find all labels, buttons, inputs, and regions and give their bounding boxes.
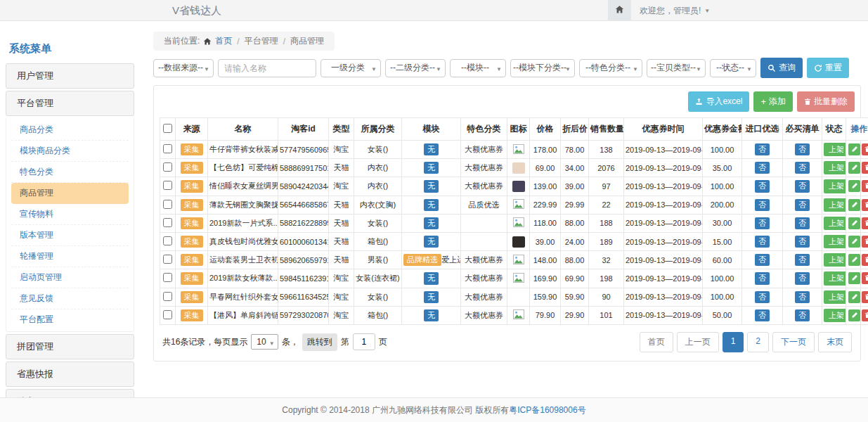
import-excel-button[interactable]: 导入excel xyxy=(688,91,749,112)
must-buy-toggle[interactable]: 否 xyxy=(795,180,810,192)
add-button[interactable]: + 添加 xyxy=(753,91,793,112)
edit-button[interactable] xyxy=(848,291,860,303)
filter-select-module-sub[interactable]: --模块下分类--▼ xyxy=(510,59,575,77)
user-menu[interactable]: 欢迎您，管理员! ▼ xyxy=(631,0,718,21)
must-buy-toggle[interactable]: 否 xyxy=(795,254,810,266)
status-button[interactable]: 上架 xyxy=(824,271,846,285)
must-buy-toggle[interactable]: 否 xyxy=(795,236,810,248)
jump-page-input[interactable] xyxy=(353,333,375,350)
filter-select-module[interactable]: --模块--▼ xyxy=(450,59,506,77)
delete-button[interactable] xyxy=(862,309,868,321)
pager-item-下一页[interactable]: 下一页 xyxy=(772,332,815,352)
filter-select-item-type[interactable]: --宝贝类型--▼ xyxy=(647,59,706,77)
sidebar-item-promo-material[interactable]: 宣传物料 xyxy=(11,204,129,225)
status-button[interactable]: 上架 xyxy=(824,235,846,248)
row-checkbox[interactable] xyxy=(163,181,172,190)
sidebar-item-platform-config[interactable]: 平台配置 xyxy=(11,309,129,330)
import-select-toggle[interactable]: 否 xyxy=(755,236,770,248)
sidebar-group-platform-manage[interactable]: 平台管理 xyxy=(6,91,134,116)
edit-button[interactable] xyxy=(848,199,860,211)
pager-item-2[interactable]: 2 xyxy=(747,332,769,352)
status-button[interactable]: 上架 xyxy=(824,309,846,322)
must-buy-toggle[interactable]: 否 xyxy=(795,143,810,155)
sidebar-item-splash-manage[interactable]: 启动页管理 xyxy=(11,267,129,288)
import-select-toggle[interactable]: 否 xyxy=(755,254,770,266)
pager-item-首页[interactable]: 首页 xyxy=(640,332,673,352)
row-checkbox[interactable] xyxy=(163,292,172,301)
import-select-toggle[interactable]: 否 xyxy=(755,272,770,284)
delete-button[interactable] xyxy=(862,236,868,248)
filter-select-data-source[interactable]: --数据来源--▼ xyxy=(153,59,214,77)
select-all-checkbox[interactable] xyxy=(163,124,172,133)
pager-item-1[interactable]: 1 xyxy=(723,332,744,352)
delete-button[interactable] xyxy=(862,291,868,303)
pager-item-上一页[interactable]: 上一页 xyxy=(677,332,719,352)
row-checkbox[interactable] xyxy=(163,162,172,172)
filter-select-category1[interactable]: 一级分类▼ xyxy=(320,59,381,77)
delete-button[interactable] xyxy=(862,162,868,174)
edit-button[interactable] xyxy=(848,272,860,284)
must-buy-toggle[interactable]: 否 xyxy=(795,199,810,211)
breadcrumb-home-link[interactable]: 首页 xyxy=(215,35,232,47)
row-checkbox[interactable] xyxy=(163,255,172,264)
edit-button[interactable] xyxy=(848,180,860,192)
edit-button[interactable] xyxy=(848,236,860,248)
name-search-input[interactable] xyxy=(218,59,316,77)
import-select-toggle[interactable]: 否 xyxy=(755,162,770,174)
status-button[interactable]: 上架 xyxy=(824,161,846,174)
edit-button[interactable] xyxy=(848,254,860,266)
import-select-toggle[interactable]: 否 xyxy=(755,180,770,192)
status-button[interactable]: 上架 xyxy=(824,143,846,156)
sidebar-item-module-goods-category[interactable]: 模块商品分类 xyxy=(11,141,129,162)
sidebar-item-goods-manage[interactable]: 商品管理 xyxy=(11,183,129,204)
status-button[interactable]: 上架 xyxy=(824,198,846,212)
import-select-toggle[interactable]: 否 xyxy=(755,199,770,211)
import-select-toggle[interactable]: 否 xyxy=(755,309,770,321)
reset-button[interactable]: 重置 xyxy=(807,58,849,78)
row-checkbox[interactable] xyxy=(163,200,172,209)
sidebar-group-savings-express[interactable]: 省惠快报 xyxy=(6,362,134,387)
edit-button[interactable] xyxy=(848,162,860,174)
row-checkbox[interactable] xyxy=(163,144,172,153)
import-select-toggle[interactable]: 否 xyxy=(755,291,770,303)
delete-button[interactable] xyxy=(862,180,868,192)
row-checkbox[interactable] xyxy=(163,218,172,227)
status-button[interactable]: 上架 xyxy=(824,253,846,267)
filter-select-feature-category[interactable]: --特色分类--▼ xyxy=(579,59,642,77)
must-buy-toggle[interactable]: 否 xyxy=(795,272,810,284)
row-checkbox[interactable] xyxy=(163,236,172,245)
search-button[interactable]: 查询 xyxy=(760,58,803,78)
status-button[interactable]: 上架 xyxy=(824,290,846,304)
must-buy-toggle[interactable]: 否 xyxy=(795,291,810,303)
page-size-select[interactable]: 10 ▼ xyxy=(251,334,278,350)
delete-button[interactable] xyxy=(862,199,868,211)
delete-button[interactable] xyxy=(862,272,868,284)
delete-button[interactable] xyxy=(862,254,868,266)
must-buy-toggle[interactable]: 否 xyxy=(795,309,810,321)
home-button[interactable] xyxy=(608,0,631,21)
sidebar-item-goods-category[interactable]: 商品分类 xyxy=(11,120,129,141)
import-select-toggle[interactable]: 否 xyxy=(755,143,770,155)
must-buy-toggle[interactable]: 否 xyxy=(795,217,810,229)
batch-delete-button[interactable]: 批量删除 xyxy=(797,91,855,112)
row-checkbox[interactable] xyxy=(163,310,172,319)
sidebar-group-group-buy[interactable]: 拼团管理 xyxy=(6,334,134,359)
sidebar-item-carousel-manage[interactable]: 轮播管理 xyxy=(11,246,129,267)
sidebar-group-user-manage[interactable]: 用户管理 xyxy=(6,63,134,89)
edit-button[interactable] xyxy=(848,309,860,321)
icp-link[interactable]: 粤ICP备16098006号 xyxy=(509,404,585,416)
sidebar-item-feature-category[interactable]: 特色分类 xyxy=(11,162,129,183)
sidebar-group-message-manage[interactable]: 消息管理 xyxy=(6,389,134,397)
edit-button[interactable] xyxy=(848,217,860,229)
sidebar-item-version-manage[interactable]: 版本管理 xyxy=(11,225,129,246)
status-button[interactable]: 上架 xyxy=(824,217,846,230)
delete-button[interactable] xyxy=(862,217,868,229)
delete-button[interactable] xyxy=(862,143,868,155)
status-button[interactable]: 上架 xyxy=(824,179,846,193)
filter-select-status[interactable]: --状态--▼ xyxy=(710,59,756,77)
edit-button[interactable] xyxy=(848,143,860,155)
sidebar-item-feedback[interactable]: 意见反馈 xyxy=(11,288,129,309)
jump-button[interactable]: 跳转到 xyxy=(302,333,337,351)
filter-select-category2[interactable]: --二级分类--▼ xyxy=(385,59,446,77)
pager-item-末页[interactable]: 末页 xyxy=(818,332,852,352)
